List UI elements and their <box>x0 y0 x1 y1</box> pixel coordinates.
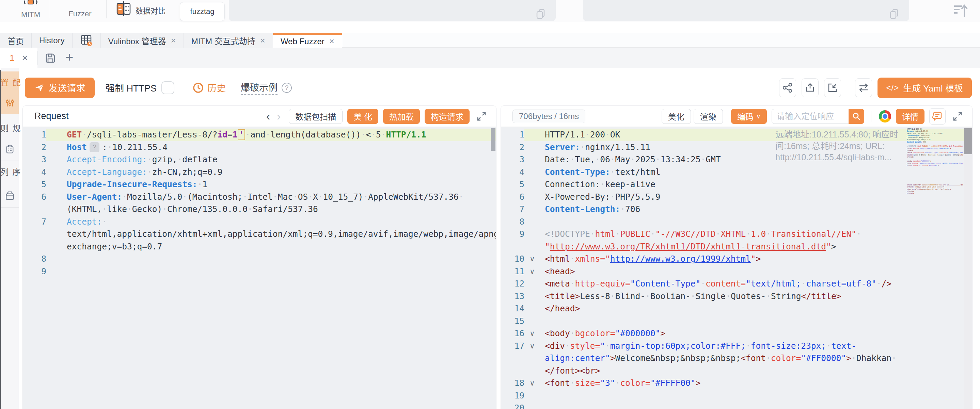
force-https-checkbox[interactable] <box>161 81 174 94</box>
fold-spacer <box>524 141 540 154</box>
hot-reload-label: 热加载 <box>389 110 414 122</box>
send-request-button[interactable]: 发送请求 <box>25 78 95 98</box>
tab-label: MITM 交互式劫持 <box>191 35 255 47</box>
close-icon[interactable]: × <box>22 52 28 63</box>
fuzzer-subtab-1[interactable]: 1 × <box>0 48 37 68</box>
export-icon <box>805 83 815 93</box>
line-number: 14 <box>501 303 524 315</box>
packet-scan-button[interactable]: 数据包扫描 <box>289 109 342 124</box>
fuzztag-input-left[interactable] <box>229 0 556 21</box>
swap-arrows-icon <box>858 83 869 93</box>
code-line: 2Host?:·10.211.55.4 <box>23 141 496 154</box>
search-button[interactable] <box>849 109 864 124</box>
code-text: GET·/sqli-labs-master/Less-8/?id=1'·and·… <box>62 128 496 141</box>
line-number: 7 <box>23 216 46 253</box>
line-number: 3 <box>501 154 524 166</box>
sidebar-item-rules[interactable]: 规则 <box>1 117 19 161</box>
response-render-button[interactable]: 渲染 <box>694 109 723 124</box>
fuzzer-subtab-strip: 1 × + <box>0 48 980 68</box>
request-editor[interactable]: 1GET·/sqli-labs-master/Less-8/?id=1'·and… <box>23 127 496 409</box>
fuzztag-button[interactable]: fuzztag <box>180 2 225 21</box>
history-button[interactable]: 历史 <box>192 81 226 94</box>
fullscreen-icon[interactable] <box>476 111 487 122</box>
tab-web-fuzzer[interactable]: Web Fuzzer × <box>273 33 342 48</box>
save-icon[interactable] <box>45 52 56 64</box>
export-button[interactable] <box>802 78 819 97</box>
fold-spacer <box>524 154 540 166</box>
fold-spacer <box>46 178 62 191</box>
request-scrollbar-thumb[interactable] <box>491 128 495 151</box>
toolbar-divider <box>106 0 107 18</box>
tab-history[interactable]: History <box>32 33 73 48</box>
add-subtab-button[interactable]: + <box>65 50 73 65</box>
line-number: 15 <box>501 315 524 328</box>
response-beautify-button[interactable]: 美化 <box>662 109 691 124</box>
line-number: 7 <box>501 203 524 216</box>
fuzztag-input-right[interactable] <box>583 0 909 21</box>
line-number: 18 <box>501 377 524 390</box>
line-number: 1 <box>501 128 524 141</box>
beautify-button[interactable]: 美 化 <box>347 109 378 124</box>
response-scrollbar-thumb[interactable] <box>964 128 972 154</box>
close-icon[interactable]: × <box>171 35 176 46</box>
import-icon <box>827 83 838 93</box>
import-button[interactable] <box>824 78 841 97</box>
sidebar-item-config[interactable]: 配置 <box>1 71 19 114</box>
line-number: 9 <box>23 265 46 278</box>
toolbar-item-mitm[interactable]: MITM <box>14 0 48 19</box>
minimap[interactable]: HTTP/1.1 200 OKServer: nginx/1.15.11Date… <box>907 128 963 407</box>
response-scrollbar-track[interactable] <box>964 127 972 409</box>
build-request-button[interactable]: 构造请求 <box>425 109 469 124</box>
copy-icon[interactable] <box>889 9 900 20</box>
close-icon[interactable]: × <box>260 35 265 46</box>
close-icon[interactable]: × <box>329 36 334 47</box>
tab-history-table[interactable] <box>73 33 101 48</box>
fold-icon[interactable]: ∨ <box>524 265 540 278</box>
share-icon <box>783 83 793 93</box>
response-meta-overlay: 远端地址:10.211.55.4:80; 响应时间:16ms; 总耗时:24ms… <box>775 129 909 163</box>
line-number: 12 <box>501 277 524 290</box>
code-line: 8 <box>23 253 496 265</box>
fold-icon[interactable]: ∨ <box>524 327 540 340</box>
fold-icon[interactable]: ∨ <box>524 377 540 390</box>
code-text: Accept:·text/html,application/xhtml+xml,… <box>62 216 496 253</box>
encode-dropdown-button[interactable]: 编码 ∨ <box>731 109 767 124</box>
response-search-input[interactable] <box>772 109 849 124</box>
response-editor[interactable]: 1HTTP/1.1·200·OK2Server:·nginx/1.15.113D… <box>501 127 972 409</box>
swap-button[interactable] <box>855 78 872 97</box>
fold-icon[interactable]: ∨ <box>524 340 540 377</box>
plus-icon: + <box>65 50 73 65</box>
code-line: 9<!DOCTYPE·html·PUBLIC·"-//W3C//DTD·XHTM… <box>501 228 972 253</box>
chrome-icon[interactable] <box>879 110 891 122</box>
annotation-button[interactable] <box>929 108 946 125</box>
sort-collapse-icon[interactable] <box>953 3 969 19</box>
history-table-icon <box>80 34 93 47</box>
help-icon[interactable]: ? <box>282 83 292 93</box>
send-request-label: 发送请求 <box>49 81 86 94</box>
fold-icon[interactable]: ∨ <box>524 253 540 265</box>
line-number: 2 <box>23 141 46 154</box>
line-number: 4 <box>23 166 46 179</box>
history-prev-button[interactable]: ‹ <box>263 109 274 123</box>
share-button[interactable] <box>779 78 796 97</box>
clipboard-icon <box>5 144 15 154</box>
copy-icon[interactable] <box>536 9 546 20</box>
line-number: 16 <box>501 327 524 340</box>
tab-vulinbox[interactable]: Vulinbox 管理器 × <box>101 33 184 48</box>
details-button[interactable]: 详情 <box>896 109 924 124</box>
sliders-icon <box>5 99 15 107</box>
hot-reload-button[interactable]: 热加载 <box>383 109 420 124</box>
tab-mitm-hijack[interactable]: MITM 交互式劫持 × <box>184 33 273 48</box>
toolbar-item-fuzzer[interactable]: Fuzzer <box>61 0 99 18</box>
toolbar-item-compare[interactable]: 数据对比 <box>115 0 169 16</box>
minimap-line: <title>Less-8 Blind- Boolian- Single Quo… <box>907 154 963 156</box>
fullscreen-icon[interactable] <box>952 111 963 122</box>
blast-example-link[interactable]: 爆破示例 <box>241 80 277 95</box>
tab-home[interactable]: 首页 <box>0 33 32 48</box>
generate-yaml-button[interactable]: </> 生成 Yaml 模板 <box>878 78 972 98</box>
yakit-window: MITM Fuzzer 数据对比 fuzztag <box>0 0 980 409</box>
encode-label: 编码 <box>737 110 754 122</box>
sidebar-item-sequence[interactable]: 序列 <box>1 161 19 208</box>
code-text: User-Agent:·Mozilla/5.0·(Macintosh;·Inte… <box>62 191 496 216</box>
history-next-button[interactable]: › <box>274 109 284 123</box>
